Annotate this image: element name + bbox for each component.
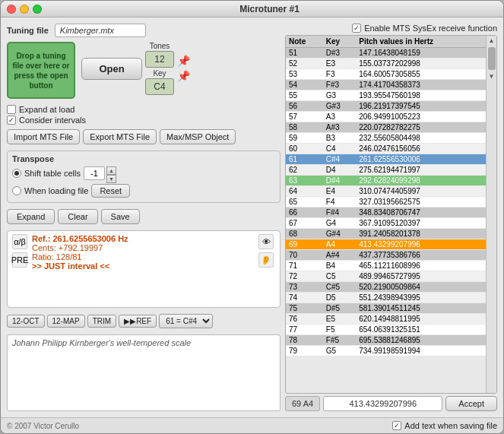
cell-pitch: 220.07282782275: [356, 122, 486, 133]
table-row[interactable]: 72C5489.99465727995: [286, 271, 486, 282]
table-row[interactable]: 71B4465.11211608996: [286, 261, 486, 271]
table-row[interactable]: 61C#4261.62556530006: [286, 154, 486, 165]
cell-pitch: 196.21917397545: [356, 101, 486, 112]
info-ref: Ref.: 261.6255653006 Hz: [32, 234, 255, 243]
checkbox-row: Expand at load Consider intervals: [7, 105, 281, 125]
table-row[interactable]: 56G#3196.21917397545: [286, 101, 486, 112]
minimize-button[interactable]: [20, 5, 29, 14]
cell-note: 62: [286, 165, 323, 176]
table-row[interactable]: 55G3193.95547560198: [286, 90, 486, 101]
consider-intervals-checkbox[interactable]: [7, 116, 16, 125]
table-row[interactable]: 79G5734.99198591994: [286, 346, 486, 356]
table-row[interactable]: 52E3155.03737202998: [286, 59, 486, 69]
cell-key: G5: [323, 346, 356, 356]
action-buttons-row: Expand Clear Save: [7, 209, 281, 224]
key-box: Key C4: [145, 69, 174, 95]
cell-note: 63: [286, 176, 323, 186]
cell-note: 74: [286, 293, 323, 303]
table-row[interactable]: 60C4246.02476156056: [286, 144, 486, 154]
cell-pitch: 174.41704358373: [356, 80, 486, 90]
table-row[interactable]: 78F#5695.53881246895: [286, 335, 486, 346]
cell-note: 73: [286, 282, 323, 293]
expand-at-load-label: Expand at load: [19, 105, 74, 114]
table-row[interactable]: 59B3232.55605804498: [286, 133, 486, 144]
pin-icon-2[interactable]: 📌: [177, 70, 189, 82]
scroll-thumb[interactable]: [488, 47, 496, 70]
table-row[interactable]: 66F#4348.83408706747: [286, 207, 486, 218]
tuning-file-label: Tuning file: [7, 26, 49, 35]
table-row[interactable]: 51D#3147.16438048159: [286, 48, 486, 59]
table-row[interactable]: 67G4367.91095120397: [286, 218, 486, 229]
pre-icon[interactable]: PRE: [12, 252, 27, 268]
tuning-file-row: Tuning file Kimberger.mtx: [7, 24, 281, 37]
reset-button[interactable]: Reset: [91, 184, 130, 198]
cell-key: E5: [323, 314, 356, 325]
table-row[interactable]: 70A#4437.37735386766: [286, 250, 486, 261]
cell-key: D#5: [323, 303, 356, 314]
alpha-beta-icon[interactable]: α/β: [12, 234, 27, 249]
table-row[interactable]: 65F4327.03195662575: [286, 197, 486, 207]
add-text-checkbox[interactable]: [392, 421, 401, 430]
ref-button[interactable]: ▶▶REF: [119, 315, 157, 328]
scroll-down-arrow[interactable]: ▼: [489, 71, 495, 81]
cell-note: 75: [286, 303, 323, 314]
add-text-row: Add text when saving file: [392, 421, 497, 430]
shift-table-radio[interactable]: [12, 169, 21, 178]
table-row[interactable]: 74D5551.24398943995: [286, 293, 486, 303]
cell-key: E3: [323, 59, 356, 69]
table-row[interactable]: 75D#5581.39014511245: [286, 303, 486, 314]
stepper-up[interactable]: ▲: [106, 166, 116, 175]
trim-button[interactable]: TRIM: [87, 315, 116, 328]
open-button[interactable]: Open: [81, 58, 142, 80]
cell-note: 60: [286, 144, 323, 154]
cell-pitch: 413.43299207996: [356, 239, 486, 250]
table-row[interactable]: 63D#4292.62824099298: [286, 176, 486, 186]
ear-icon[interactable]: 👂: [258, 252, 274, 268]
table-row[interactable]: 69A4413.43299207996: [286, 239, 486, 250]
main-window: Microtuner #1 Tuning file Kimberger.mtx …: [0, 0, 504, 434]
clear-button[interactable]: Clear: [58, 209, 97, 224]
maxmsp-button[interactable]: Max/MSP Object: [160, 129, 236, 144]
12oct-button[interactable]: 12-OCT: [7, 315, 45, 328]
import-mts-button[interactable]: Import MTS File: [7, 129, 80, 144]
table-row[interactable]: 77F5654.06391325151: [286, 325, 486, 335]
drop-zone[interactable]: Drop a tuning file over here or press th…: [7, 42, 75, 99]
export-mts-button[interactable]: Export MTS File: [83, 129, 157, 144]
table-row[interactable]: 64E4310.07474405997: [286, 186, 486, 197]
table-row[interactable]: 73C#5520.21900509864: [286, 282, 486, 293]
cell-pitch: 620.14948811995: [356, 314, 486, 325]
table-row[interactable]: 68G#4391.24058201378: [286, 229, 486, 239]
maximize-button[interactable]: [33, 5, 42, 14]
cell-note: 65: [286, 197, 323, 207]
table-row[interactable]: 58A#3220.07282782275: [286, 122, 486, 133]
scroll-up-arrow[interactable]: ▲: [489, 36, 495, 46]
stepper-down[interactable]: ▼: [106, 175, 116, 183]
accept-button[interactable]: Accept: [445, 396, 497, 411]
close-button[interactable]: [7, 5, 16, 14]
expand-button[interactable]: Expand: [7, 209, 55, 224]
note-select[interactable]: 61 = C#4 60 = C4: [159, 314, 213, 328]
stepper-value[interactable]: -1: [84, 166, 105, 180]
cell-key: F4: [323, 197, 356, 207]
controls-bar: 12-OCT 12-MAP TRIM ▶▶REF 61 = C#4 60 = C…: [7, 314, 281, 328]
table-scrollbar[interactable]: ▲ ▼: [486, 36, 496, 393]
eye-icon[interactable]: 👁: [258, 234, 274, 249]
cell-key: A#3: [323, 122, 356, 133]
expand-at-load-item: Expand at load: [7, 105, 281, 114]
shift-table-radio-row: Shift table cells -1 ▲ ▼: [12, 166, 275, 180]
mts-header: Enable MTS SysEx receive function: [285, 24, 497, 33]
table-row[interactable]: 53F3164.60057305855: [286, 69, 486, 80]
pin-icon-1[interactable]: 📌: [177, 55, 189, 67]
when-loading-radio[interactable]: [12, 186, 21, 195]
table-row[interactable]: 62D4275.62194471997: [286, 165, 486, 176]
expand-at-load-checkbox[interactable]: [7, 105, 16, 114]
drop-open-row: Drop a tuning file over here or press th…: [7, 42, 281, 99]
table-row[interactable]: 76E5620.14948811995: [286, 314, 486, 325]
table-row[interactable]: 57A3206.94991005223: [286, 112, 486, 122]
cell-note: 57: [286, 112, 323, 122]
save-button[interactable]: Save: [101, 209, 140, 224]
mts-enable-checkbox[interactable]: [352, 24, 361, 33]
12map-button[interactable]: 12-MAP: [47, 315, 85, 328]
table-row[interactable]: 54F#3174.41704358373: [286, 80, 486, 90]
cell-key: D#4: [323, 176, 356, 186]
